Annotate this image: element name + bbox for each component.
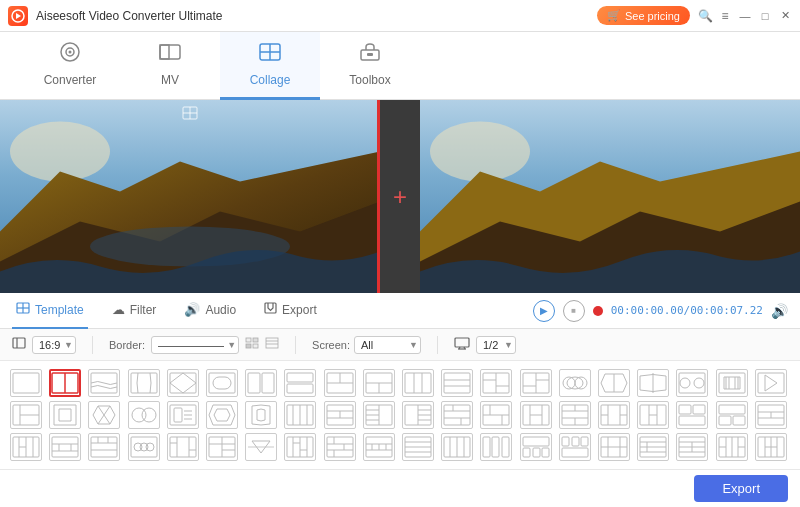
- template-r2-4[interactable]: [128, 401, 160, 429]
- svg-rect-50: [287, 373, 313, 382]
- template-3k[interactable]: [480, 369, 512, 397]
- template-3c[interactable]: [167, 369, 199, 397]
- template-r2-3[interactable]: [88, 401, 120, 429]
- template-r3-20[interactable]: [755, 433, 787, 461]
- template-3m[interactable]: [559, 369, 591, 397]
- template-r3-2[interactable]: [49, 433, 81, 461]
- video-add-button[interactable]: +: [380, 100, 420, 293]
- template-r2-11[interactable]: [402, 401, 434, 429]
- search-icon[interactable]: 🔍: [698, 9, 712, 23]
- template-r3-17[interactable]: [637, 433, 669, 461]
- template-r2-19[interactable]: [716, 401, 748, 429]
- record-indicator: [593, 306, 603, 316]
- template-r2-14[interactable]: [520, 401, 552, 429]
- template-r2-16[interactable]: [598, 401, 630, 429]
- template-3n[interactable]: [598, 369, 630, 397]
- screen-select[interactable]: All Screen 1: [354, 336, 421, 354]
- close-button[interactable]: ✕: [778, 9, 792, 23]
- template-3a[interactable]: [88, 369, 120, 397]
- template-3d[interactable]: [206, 369, 238, 397]
- svg-rect-213: [483, 437, 490, 457]
- minimize-button[interactable]: —: [738, 9, 752, 23]
- svg-rect-27: [13, 338, 25, 348]
- svg-rect-45: [170, 373, 196, 393]
- border-select[interactable]: —————— ──────: [151, 336, 239, 354]
- template-r2-2[interactable]: [49, 401, 81, 429]
- template-r3-11[interactable]: [402, 433, 434, 461]
- volume-icon[interactable]: 🔊: [771, 303, 788, 319]
- template-r3-3[interactable]: [88, 433, 120, 461]
- tab-export-bottom[interactable]: Export: [260, 293, 321, 329]
- template-3f[interactable]: [284, 369, 316, 397]
- template-3h[interactable]: [363, 369, 395, 397]
- tab-mv[interactable]: MV: [120, 32, 220, 100]
- template-r3-12[interactable]: [441, 433, 473, 461]
- tab-toolbox[interactable]: Toolbox: [320, 32, 420, 100]
- svg-rect-217: [523, 448, 530, 457]
- template-r3-14[interactable]: [520, 433, 552, 461]
- tab-template[interactable]: Template: [12, 293, 88, 329]
- template-r3-5[interactable]: [167, 433, 199, 461]
- export-button[interactable]: Export: [694, 475, 788, 502]
- template-r2-15[interactable]: [559, 401, 591, 429]
- svg-rect-223: [562, 448, 588, 457]
- template-r3-8[interactable]: [284, 433, 316, 461]
- template-r2-1[interactable]: [10, 401, 42, 429]
- template-r3-9[interactable]: [324, 433, 356, 461]
- template-r2-5[interactable]: [167, 401, 199, 429]
- video-panel-right[interactable]: [420, 100, 800, 293]
- template-r2-13[interactable]: [480, 401, 512, 429]
- template-3p[interactable]: [676, 369, 708, 397]
- filter-icon: ☁: [112, 302, 125, 317]
- template-r3-7[interactable]: [245, 433, 277, 461]
- tab-converter[interactable]: Converter: [20, 32, 120, 100]
- template-r3-19[interactable]: [716, 433, 748, 461]
- time-display: 00:00:00.00/00:00:07.22: [611, 304, 763, 317]
- template-3j[interactable]: [441, 369, 473, 397]
- tab-collage[interactable]: Collage: [220, 32, 320, 100]
- template-r2-12[interactable]: [441, 401, 473, 429]
- monitor-select[interactable]: 1/2 Full: [476, 336, 516, 354]
- monitor-group: 1/2 Full ▼: [454, 336, 516, 354]
- template-3e[interactable]: [245, 369, 277, 397]
- template-r3-6[interactable]: [206, 433, 238, 461]
- menu-icon[interactable]: ≡: [718, 9, 732, 23]
- template-3i[interactable]: [402, 369, 434, 397]
- template-r2-6[interactable]: [206, 401, 238, 429]
- template-3l[interactable]: [520, 369, 552, 397]
- svg-rect-58: [405, 373, 431, 393]
- template-r3-1[interactable]: [10, 433, 42, 461]
- see-pricing-button[interactable]: 🛒 See pricing: [597, 6, 690, 25]
- template-r3-10[interactable]: [363, 433, 395, 461]
- template-r3-16[interactable]: [598, 433, 630, 461]
- template-r3-13[interactable]: [480, 433, 512, 461]
- video-panel-left[interactable]: [0, 100, 380, 293]
- maximize-button[interactable]: □: [758, 9, 772, 23]
- template-r2-10[interactable]: [363, 401, 395, 429]
- stop-button[interactable]: ■: [563, 300, 585, 322]
- template-r2-20[interactable]: [755, 401, 787, 429]
- template-r3-15[interactable]: [559, 433, 591, 461]
- aspect-ratio-select[interactable]: 16:9 4:3 1:1: [32, 336, 76, 354]
- template-3r[interactable]: [755, 369, 787, 397]
- template-r2-18[interactable]: [676, 401, 708, 429]
- divider-3: [437, 336, 438, 354]
- template-r2-7[interactable]: [245, 401, 277, 429]
- template-r2-17[interactable]: [637, 401, 669, 429]
- svg-marker-97: [209, 405, 235, 425]
- color-grid-icon[interactable]: [245, 337, 259, 352]
- template-3o[interactable]: [637, 369, 669, 397]
- template-two-panel[interactable]: [49, 369, 81, 397]
- template-r2-8[interactable]: [284, 401, 316, 429]
- template-3b[interactable]: [128, 369, 160, 397]
- template-single[interactable]: [10, 369, 42, 397]
- template-r3-18[interactable]: [676, 433, 708, 461]
- play-button[interactable]: ▶: [533, 300, 555, 322]
- template-r3-4[interactable]: [128, 433, 160, 461]
- tab-filter[interactable]: ☁ Filter: [108, 293, 161, 329]
- template-3q[interactable]: [716, 369, 748, 397]
- stripe-pattern-icon[interactable]: [265, 337, 279, 352]
- template-3g[interactable]: [324, 369, 356, 397]
- template-r2-9[interactable]: [324, 401, 356, 429]
- tab-audio[interactable]: 🔊 Audio: [180, 293, 240, 329]
